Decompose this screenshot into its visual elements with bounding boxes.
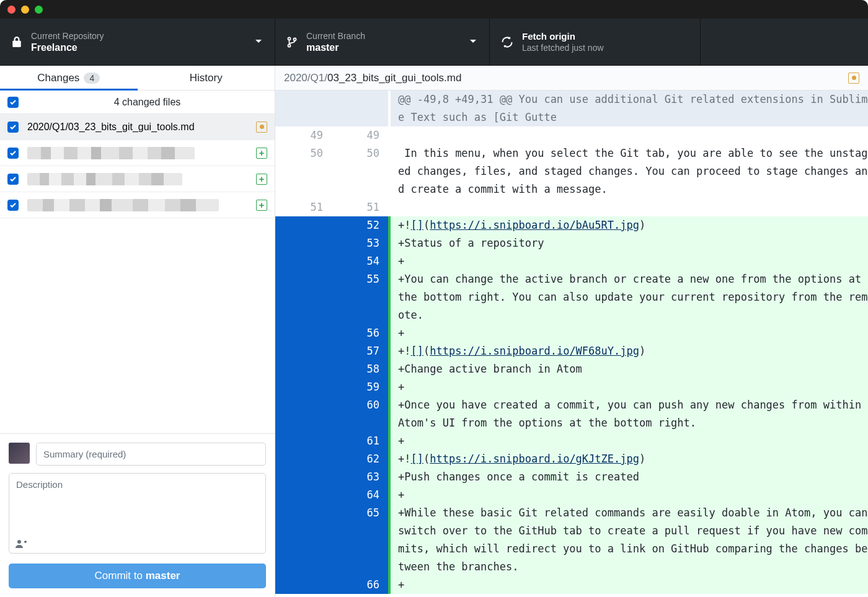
old-line-number [275,324,332,342]
lock-icon [11,36,22,48]
current-branch-dropdown[interactable]: Current Branch master [275,19,490,65]
old-line-number [275,468,332,486]
close-icon[interactable] [7,6,16,14]
branch-label: Current Branch [306,31,365,41]
minimize-icon[interactable] [21,6,29,14]
old-line-number: 49 [275,126,332,144]
diff-body[interactable]: @@ -49,8 +49,31 @@ You can use additiona… [275,91,868,597]
old-line-number [275,234,332,252]
old-line-number: 52 [275,594,332,597]
changes-count-badge: 4 [84,73,100,84]
diff-line: 58+Change active branch in Atom [275,360,868,378]
sync-icon [501,36,513,48]
new-line-number: 63 [332,468,388,486]
diff-code: +You can change the active branch or cre… [391,270,868,324]
new-line-number: 67 [332,594,388,597]
new-line-number: 66 [332,576,388,594]
fetch-origin-button[interactable]: Fetch origin Last fetched just now [490,19,701,65]
tab-history-label: History [190,72,223,84]
diff-code: +![](https://i.snipboard.io/gKJtZE.jpg) [391,450,868,468]
new-line-number: 60 [332,396,388,432]
file-row[interactable] [0,166,275,192]
branch-icon [286,36,298,48]
diff-code: +![](https://i.snipboard.io/WF68uY.jpg) [391,342,868,360]
summary-input[interactable] [36,443,266,466]
description-input[interactable] [9,473,266,554]
file-checkbox[interactable] [7,122,19,133]
old-line-number [275,576,332,594]
diff-line: 61+ [275,432,868,450]
file-checkbox[interactable] [7,148,19,159]
commit-button-branch: master [146,570,180,582]
tab-history[interactable]: History [138,66,275,90]
diff-line: 60+Once you have created a commit, you c… [275,396,868,432]
hunk-text: @@ -49,8 +49,31 @@ You can use additiona… [391,91,868,126]
old-line-number: 51 [275,198,332,216]
file-checkbox[interactable] [7,174,19,185]
file-name [27,199,247,211]
new-line-number: 58 [332,360,388,378]
file-row[interactable]: 2020/Q1/03_23_bits_git_gui_tools.md [0,114,275,140]
svg-point-0 [288,37,290,40]
file-row[interactable] [0,140,275,166]
tab-changes[interactable]: Changes 4 [0,66,138,90]
diff-code: +Status of a repository [391,234,868,252]
diff-code: +While these basic Git related commands … [391,504,868,576]
new-line-number: 62 [332,450,388,468]
current-repository-dropdown[interactable]: Current Repository Freelance [0,19,275,65]
file-list: 2020/Q1/03_23_bits_git_gui_tools.md [0,114,275,433]
fetch-subtitle: Last fetched just now [522,43,604,53]
branch-name: master [306,42,365,53]
new-line-number: 64 [332,486,388,504]
diff-line: 57+![](https://i.snipboard.io/WF68uY.jpg… [275,342,868,360]
sidebar-tabs: Changes 4 History [0,66,275,91]
diff-path-dir: 2020/Q1/ [284,72,327,84]
diff-line: 4949 [275,126,868,144]
old-line-number [275,360,332,378]
diff-line: 62+![](https://i.snipboard.io/gKJtZE.jpg… [275,450,868,468]
old-line-number [275,396,332,432]
old-line-number [275,450,332,468]
diff-path-file: 03_23_bits_git_gui_tools.md [327,72,461,84]
commit-button[interactable]: Commit to master [9,564,266,588]
select-all-checkbox[interactable] [7,97,19,108]
file-row[interactable] [0,192,275,218]
zoom-icon[interactable] [35,6,43,14]
new-line-number: 51 [332,198,388,216]
diff-line: 66+ [275,576,868,594]
new-line-number: 65 [332,504,388,576]
new-line-number: 56 [332,324,388,342]
chevron-down-icon [255,37,262,48]
file-checkbox[interactable] [7,200,19,211]
diff-line: 55+You can change the active branch or c… [275,270,868,324]
gutter [332,91,388,126]
new-line-number: 61 [332,432,388,450]
file-name [27,147,247,159]
changed-files-header[interactable]: 4 changed files [0,91,275,114]
gutter [275,91,332,126]
main: Changes 4 History 4 changed files 2020/Q… [0,66,868,597]
toolbar-extra [701,19,868,65]
diff-line: 63+Push changes once a commit is created [275,468,868,486]
svg-point-1 [288,44,290,46]
old-line-number [275,378,332,396]
new-line-number: 54 [332,252,388,270]
diff-code: +Once you have created a commit, you can… [391,396,868,432]
diff-line: 5267 ## GitHub Desktop [275,594,868,597]
hunk-header: @@ -49,8 +49,31 @@ You can use additiona… [275,91,868,126]
svg-point-3 [17,540,21,544]
new-line-number: 57 [332,342,388,360]
file-name [27,173,247,185]
added-icon [256,200,267,211]
diff-line: 65+While these basic Git related command… [275,504,868,576]
tab-changes-label: Changes [37,72,79,84]
diff-code: + [391,486,868,504]
diff-line: 5151 [275,198,868,216]
diff-line: 5050 In this menu, when you select the G… [275,144,868,198]
new-line-number: 52 [332,216,388,234]
add-coauthor-icon[interactable] [15,539,27,551]
new-line-number: 55 [332,270,388,324]
repo-label: Current Repository [31,31,104,41]
diff-code: + [391,378,868,396]
diff-line: 52+![](https://i.snipboard.io/bAu5RT.jpg… [275,216,868,234]
